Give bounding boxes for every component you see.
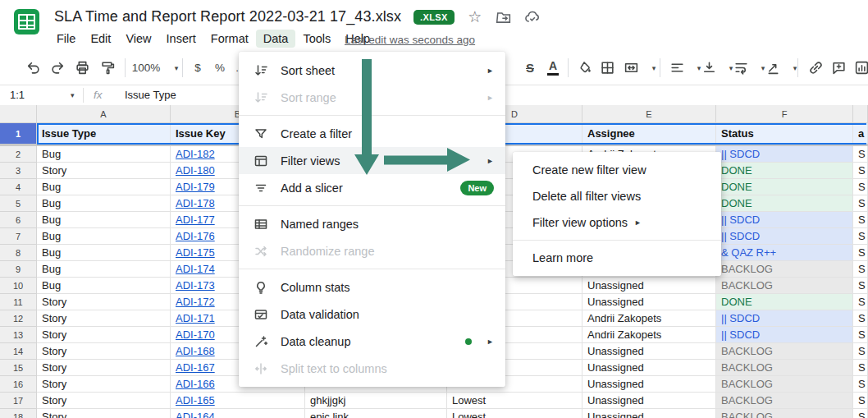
row-header-7[interactable]: 7 <box>0 228 37 245</box>
cell-G17[interactable]: S <box>853 393 868 409</box>
merge-caret-icon[interactable]: ▾ <box>643 51 665 85</box>
cell-A12[interactable]: Story <box>37 310 171 327</box>
cell-G7[interactable]: S <box>853 228 868 245</box>
cell-B18[interactable]: ADI-164 <box>171 409 305 418</box>
cell-A1[interactable]: Issue Type <box>37 123 171 145</box>
cell-E16[interactable]: Unassigned <box>582 376 716 393</box>
cell-F11[interactable]: DONE <box>716 294 853 310</box>
cell-F6[interactable]: || SDCD <box>716 212 853 228</box>
column-header-E[interactable]: E <box>582 105 716 123</box>
cell-B17[interactable]: ADI-165 <box>171 393 305 409</box>
print-icon[interactable] <box>71 51 93 85</box>
cell-C18[interactable]: epic link <box>305 409 447 418</box>
menubar-item-format[interactable]: Format <box>203 30 256 48</box>
row-header-12[interactable]: 12 <box>0 310 37 327</box>
row-header-3[interactable]: 3 <box>0 163 37 179</box>
cell-E13[interactable]: Andrii Zakopets <box>582 327 716 343</box>
borders-icon[interactable] <box>596 51 618 85</box>
cell-F4[interactable]: DONE <box>716 179 853 195</box>
cell-F18[interactable]: BACKLOG <box>716 409 853 418</box>
redo-icon[interactable] <box>47 51 68 85</box>
cell-E17[interactable]: Unassigned <box>582 393 716 409</box>
move-to-folder-icon[interactable] <box>496 9 512 25</box>
cell-A5[interactable]: Bug <box>37 195 171 212</box>
cell-E10[interactable]: Unassigned <box>582 278 716 294</box>
cell-G14[interactable]: S <box>853 343 868 360</box>
zoom-select[interactable]: 100% <box>128 51 164 85</box>
cell-E14[interactable]: Unassigned <box>582 343 716 360</box>
cell-F7[interactable]: || SDCD <box>716 228 853 245</box>
cloud-saved-icon[interactable] <box>524 9 541 25</box>
formula-bar-value[interactable]: Issue Type <box>125 89 176 101</box>
star-icon[interactable]: ☆ <box>467 9 483 25</box>
row-header-5[interactable]: 5 <box>0 195 37 212</box>
cell-G2[interactable]: S <box>853 146 868 163</box>
align-left-icon[interactable] <box>666 51 688 85</box>
row-header-15[interactable]: 15 <box>0 360 37 376</box>
cell-F10[interactable]: BACKLOG <box>716 278 853 294</box>
cell-A13[interactable]: Story <box>37 327 171 343</box>
cell-D18[interactable]: Lowest <box>447 409 582 418</box>
cell-A17[interactable]: Story <box>37 393 171 409</box>
column-header-A[interactable]: A <box>37 105 171 123</box>
data-menu-item-sort-sheet[interactable]: Sort sheet► <box>239 57 505 84</box>
cell-F8[interactable]: & QAZ R++ <box>716 245 853 261</box>
row-header-2[interactable]: 2 <box>0 146 37 163</box>
sheets-logo[interactable] <box>14 9 39 34</box>
data-menu-item-create-a-filter[interactable]: Create a filter <box>239 120 505 147</box>
format-currency-button[interactable]: $ <box>188 51 208 85</box>
cell-G13[interactable]: S <box>853 327 868 343</box>
name-box-caret-icon[interactable]: ▾ <box>71 91 75 99</box>
menubar-item-file[interactable]: File <box>49 30 83 48</box>
cell-G6[interactable]: S <box>853 212 868 228</box>
cell-E18[interactable]: Unassigned <box>582 409 716 418</box>
cell-F13[interactable]: || SDCD <box>716 327 853 343</box>
cell-A9[interactable]: Bug <box>37 261 171 278</box>
cell-G1[interactable]: a <box>853 123 868 145</box>
submenu-item-create-new-filter-view[interactable]: Create new filter view <box>513 157 721 183</box>
menubar-item-insert[interactable]: Insert <box>159 30 203 48</box>
cell-A15[interactable]: Story <box>37 360 171 376</box>
text-rotation-icon[interactable] <box>762 51 783 85</box>
cell-G16[interactable]: S <box>853 376 868 393</box>
cell-G10[interactable]: S <box>853 278 868 294</box>
merge-cells-icon[interactable] <box>620 51 642 85</box>
data-menu-item-data-validation[interactable]: Data validation <box>239 301 505 328</box>
cell-G15[interactable]: S <box>853 360 868 376</box>
text-rotation-caret-icon[interactable]: ▾ <box>784 51 806 85</box>
cell-G3[interactable]: S <box>853 163 868 179</box>
last-edit-status[interactable]: Last edit was seconds ago <box>345 34 475 46</box>
cell-E1[interactable]: Assignee <box>582 123 716 145</box>
cell-F3[interactable]: DONE <box>716 163 853 179</box>
row-header-14[interactable]: 14 <box>0 343 37 360</box>
row-header-18[interactable]: 18 <box>0 409 37 418</box>
cell-G11[interactable]: S <box>853 294 868 310</box>
fill-color-icon[interactable] <box>573 51 595 85</box>
cell-G12[interactable]: S <box>853 310 868 327</box>
name-box[interactable]: 1:1 <box>10 89 25 101</box>
document-title[interactable]: SLA Time and Report Report 2022-03-21 17… <box>54 8 401 25</box>
corner-select-all[interactable] <box>0 105 37 123</box>
cell-G18[interactable]: S <box>853 409 868 418</box>
row-header-8[interactable]: 8 <box>0 245 37 261</box>
data-menu-item-named-ranges[interactable]: Named ranges <box>239 210 505 237</box>
cell-A10[interactable]: Bug <box>37 278 171 294</box>
row-header-10[interactable]: 10 <box>0 278 37 294</box>
link-icon[interactable] <box>805 51 826 85</box>
data-menu-item-filter-views[interactable]: Filter views► <box>239 147 505 174</box>
cell-A7[interactable]: Bug <box>37 228 171 245</box>
cell-A18[interactable]: Story <box>37 409 171 418</box>
cell-A14[interactable]: Story <box>37 343 171 360</box>
cell-D17[interactable]: Lowest <box>447 393 582 409</box>
row-header-6[interactable]: 6 <box>0 212 37 228</box>
menubar-item-edit[interactable]: Edit <box>83 30 118 48</box>
format-percent-button[interactable]: % <box>210 51 230 85</box>
cell-G5[interactable]: S <box>853 195 868 212</box>
cell-F1[interactable]: Status <box>716 123 853 145</box>
menubar-item-view[interactable]: View <box>118 30 158 48</box>
text-color-icon[interactable]: A <box>542 51 564 85</box>
cell-A2[interactable]: Bug <box>37 146 171 163</box>
cell-A11[interactable]: Story <box>37 294 171 310</box>
row-header-4[interactable]: 4 <box>0 179 37 195</box>
cell-F14[interactable]: BACKLOG <box>716 343 853 360</box>
